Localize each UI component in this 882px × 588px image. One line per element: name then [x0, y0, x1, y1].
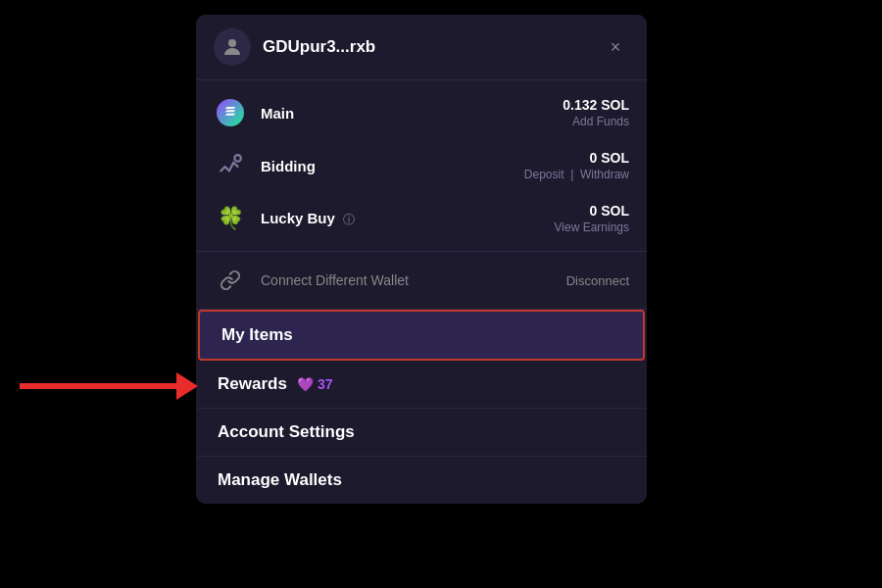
menu-section: My Items Rewards 💜 37 Account Settings M…: [196, 310, 647, 504]
main-balance: 0.132 SOL: [563, 97, 629, 113]
withdraw-button[interactable]: Withdraw: [580, 168, 629, 181]
bidding-balance: 0 SOL: [524, 150, 629, 166]
menu-item-manage-wallets[interactable]: Manage Wallets: [196, 457, 647, 504]
wallet-row-bidding: Bidding 0 SOL Deposit | Withdraw: [196, 139, 647, 192]
rewards-badge: 💜 37: [297, 376, 333, 392]
my-items-label: My Items: [221, 325, 293, 345]
lucky-buy-right: 0 SOL View Earnings: [555, 203, 630, 234]
menu-item-rewards[interactable]: Rewards 💜 37: [196, 361, 647, 409]
rewards-count: 37: [318, 376, 333, 392]
menu-item-my-items[interactable]: My Items: [198, 310, 645, 361]
solana-icon: [214, 96, 247, 129]
lucky-buy-balance: 0 SOL: [555, 203, 630, 219]
arrow-head: [176, 372, 198, 400]
bidding-wallet-label: Bidding: [261, 158, 511, 174]
gem-icon: 💜: [297, 376, 314, 392]
bidding-wallet-right: 0 SOL Deposit | Withdraw: [524, 150, 629, 181]
wallet-name: GDUpur3...rxb: [263, 37, 590, 57]
main-add-funds[interactable]: Add Funds: [563, 115, 629, 128]
lucky-buy-icon: 🍀: [214, 202, 247, 235]
close-button[interactable]: ×: [602, 33, 629, 61]
lucky-buy-info-icon[interactable]: ⓘ: [343, 213, 355, 226]
dropdown-header: GDUpur3...rxb ×: [196, 15, 647, 80]
annotation-arrow: [20, 372, 198, 400]
bidding-actions: Deposit | Withdraw: [524, 168, 629, 181]
lucky-buy-label: Lucky Buy ⓘ: [261, 210, 541, 228]
deposit-button[interactable]: Deposit: [524, 168, 564, 181]
wallet-row-lucky-buy: 🍀 Lucky Buy ⓘ 0 SOL View Earnings: [196, 192, 647, 245]
wallet-section: Main 0.132 SOL Add Funds Bidding: [196, 80, 647, 252]
rewards-label: Rewards: [218, 374, 287, 394]
arrow-shaft: [20, 383, 176, 389]
svg-point-0: [228, 39, 236, 47]
svg-point-1: [234, 155, 241, 162]
scene: GDUpur3...rxb × Main 0.132 SOL: [0, 0, 882, 588]
wallet-row-main: Main 0.132 SOL Add Funds: [196, 86, 647, 139]
connect-wallet-label[interactable]: Connect Different Wallet: [261, 272, 553, 288]
avatar: [214, 28, 251, 66]
manage-wallets-label: Manage Wallets: [218, 470, 342, 490]
connect-wallet-row: Connect Different Wallet Disconnect: [196, 252, 647, 310]
menu-item-account-settings[interactable]: Account Settings: [196, 409, 647, 457]
wallet-dropdown: GDUpur3...rxb × Main 0.132 SOL: [196, 15, 647, 504]
connect-icon: [214, 264, 247, 297]
main-wallet-right: 0.132 SOL Add Funds: [563, 97, 629, 128]
disconnect-button[interactable]: Disconnect: [566, 273, 629, 288]
lucky-buy-info: Lucky Buy ⓘ: [261, 210, 541, 228]
view-earnings-button[interactable]: View Earnings: [555, 220, 630, 234]
account-settings-label: Account Settings: [218, 422, 355, 442]
main-wallet-info: Main: [261, 105, 549, 122]
bidding-wallet-info: Bidding: [261, 158, 511, 174]
main-wallet-label: Main: [261, 105, 549, 122]
bidding-icon: [214, 149, 247, 182]
